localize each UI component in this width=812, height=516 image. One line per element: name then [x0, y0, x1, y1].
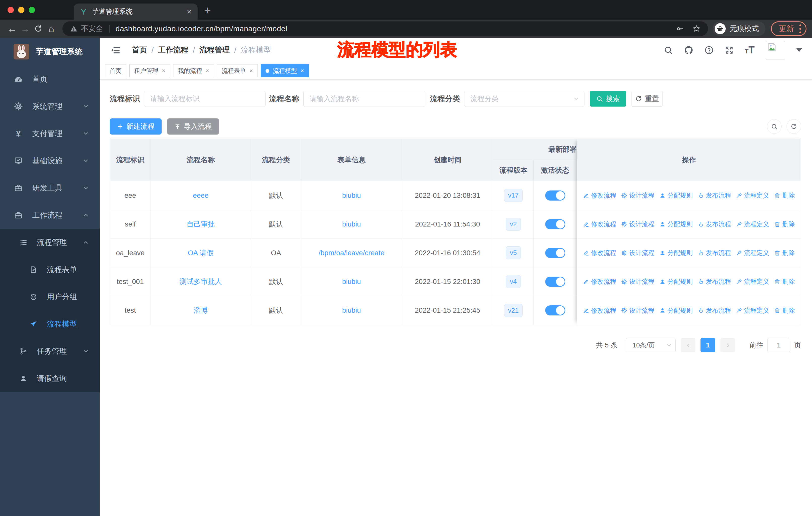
activation-toggle[interactable] — [545, 277, 565, 287]
row-name-link[interactable]: 自己审批 — [151, 210, 251, 238]
action-edit[interactable]: 修改流程 — [583, 277, 616, 286]
page-size-select[interactable]: 10条/页 — [626, 338, 675, 352]
tag-process-form[interactable]: 流程表单× — [217, 64, 258, 77]
next-page-button[interactable] — [720, 338, 735, 352]
breadcrumb-home[interactable]: 首页 — [132, 45, 147, 55]
bookmark-star-icon[interactable] — [692, 25, 700, 33]
row-form-link[interactable]: biubiu — [301, 267, 402, 296]
row-form-link[interactable]: biubiu — [301, 296, 402, 325]
new-tab-button[interactable]: + — [204, 4, 211, 16]
sidebar-item-workflow[interactable]: 工作流程 — [0, 201, 100, 229]
action-design[interactable]: 设计流程 — [621, 249, 655, 257]
key-icon[interactable] — [676, 25, 684, 32]
action-edit[interactable]: 修改流程 — [583, 220, 616, 228]
action-assign[interactable]: 分配规则 — [660, 191, 693, 199]
close-icon[interactable]: × — [250, 67, 253, 74]
goto-page-input[interactable] — [767, 338, 790, 352]
breadcrumb-process-mgmt[interactable]: 流程管理 — [200, 45, 230, 55]
close-window-button[interactable] — [7, 7, 14, 13]
sidebar-item-leave-query[interactable]: 请假查询 — [0, 365, 100, 392]
action-delete[interactable]: 删除 — [774, 277, 795, 286]
row-name-link[interactable]: eeee — [151, 181, 251, 210]
sidebar-item-home[interactable]: 首页 — [0, 65, 100, 93]
browser-menu-icon[interactable] — [800, 24, 801, 33]
row-name-link[interactable]: 滔博 — [151, 296, 251, 325]
sidebar-item-user-group[interactable]: 用户分组 — [0, 283, 100, 310]
search-button[interactable]: 搜索 — [590, 91, 626, 107]
close-icon[interactable]: × — [162, 67, 165, 74]
row-form-link[interactable]: /bpm/oa/leave/create — [301, 239, 402, 267]
action-definition[interactable]: 流程定义 — [736, 306, 769, 315]
tab-close-icon[interactable]: × — [187, 7, 192, 17]
activation-toggle[interactable] — [545, 305, 565, 316]
refresh-table-button[interactable] — [787, 119, 801, 134]
search-icon[interactable] — [664, 46, 673, 55]
home-button[interactable]: ⌂ — [45, 22, 58, 35]
row-name-link[interactable]: 测试多审批人 — [151, 267, 251, 296]
tag-home[interactable]: 首页 — [105, 64, 126, 77]
process-name-input[interactable] — [303, 91, 425, 107]
action-assign[interactable]: 分配规则 — [660, 306, 693, 315]
activation-toggle[interactable] — [545, 219, 565, 229]
action-design[interactable]: 设计流程 — [621, 191, 655, 199]
row-form-link[interactable]: biubiu — [301, 181, 402, 210]
address-bar[interactable]: 不安全 dashboard.yudao.iocoder.cn/bpm/manag… — [62, 21, 708, 36]
sidebar-item-process-mgmt[interactable]: 流程管理 — [0, 229, 100, 256]
forward-button[interactable]: → — [19, 22, 32, 35]
action-definition[interactable]: 流程定义 — [736, 249, 769, 257]
close-icon[interactable]: × — [300, 67, 304, 74]
avatar[interactable] — [766, 41, 785, 59]
action-assign[interactable]: 分配规则 — [660, 277, 693, 286]
toggle-search-button[interactable] — [767, 119, 782, 134]
action-design[interactable]: 设计流程 — [621, 220, 655, 228]
tag-process-model[interactable]: 流程模型× — [261, 64, 309, 77]
process-key-input[interactable] — [144, 91, 265, 107]
action-delete[interactable]: 删除 — [774, 191, 795, 199]
import-process-button[interactable]: 导入流程 — [167, 118, 219, 135]
action-publish[interactable]: 发布流程 — [698, 306, 731, 315]
action-assign[interactable]: 分配规则 — [660, 220, 693, 228]
close-icon[interactable]: × — [206, 67, 209, 74]
action-publish[interactable]: 发布流程 — [698, 191, 731, 199]
action-edit[interactable]: 修改流程 — [583, 249, 616, 257]
github-icon[interactable] — [684, 45, 693, 55]
action-delete[interactable]: 删除 — [774, 306, 795, 315]
action-delete[interactable]: 删除 — [774, 249, 795, 257]
activation-toggle[interactable] — [545, 248, 565, 258]
action-definition[interactable]: 流程定义 — [736, 191, 769, 199]
action-publish[interactable]: 发布流程 — [698, 249, 731, 257]
sidebar-item-payment[interactable]: ¥ 支付管理 — [0, 120, 100, 147]
sidebar-item-task-mgmt[interactable]: 任务管理 — [0, 337, 100, 365]
fullscreen-icon[interactable] — [725, 46, 734, 55]
action-edit[interactable]: 修改流程 — [583, 306, 616, 315]
action-definition[interactable]: 流程定义 — [736, 220, 769, 228]
row-name-link[interactable]: OA 请假 — [151, 239, 251, 267]
font-size-icon[interactable]: TT — [745, 44, 755, 56]
tag-my-process[interactable]: 我的流程× — [173, 64, 214, 77]
sidebar-item-system[interactable]: 系统管理 — [0, 93, 100, 120]
zoom-window-button[interactable] — [29, 7, 35, 13]
reload-button[interactable] — [32, 22, 45, 35]
avatar-caret-icon[interactable] — [796, 48, 802, 52]
page-number-1[interactable]: 1 — [700, 338, 715, 352]
minimize-window-button[interactable] — [18, 7, 24, 13]
action-assign[interactable]: 分配规则 — [660, 249, 693, 257]
action-design[interactable]: 设计流程 — [621, 306, 655, 315]
update-chrome-button[interactable]: 更新 — [771, 21, 807, 36]
breadcrumb-workflow[interactable]: 工作流程 — [158, 45, 188, 55]
back-button[interactable]: ← — [5, 22, 19, 35]
reset-button[interactable]: 重置 — [632, 91, 663, 107]
action-delete[interactable]: 删除 — [774, 220, 795, 228]
sidebar-item-process-model[interactable]: 流程模型 — [0, 310, 100, 337]
action-publish[interactable]: 发布流程 — [698, 220, 731, 228]
row-form-link[interactable]: biubiu — [301, 210, 402, 238]
process-category-select[interactable]: 流程分类 — [464, 91, 584, 107]
create-process-button[interactable]: 新建流程 — [110, 118, 162, 135]
activation-toggle[interactable] — [545, 190, 565, 200]
sidebar-item-infra[interactable]: 基础设施 — [0, 147, 100, 174]
action-definition[interactable]: 流程定义 — [736, 277, 769, 286]
prev-page-button[interactable] — [680, 338, 695, 352]
help-icon[interactable] — [704, 46, 714, 55]
action-publish[interactable]: 发布流程 — [698, 277, 731, 286]
action-edit[interactable]: 修改流程 — [583, 191, 616, 199]
